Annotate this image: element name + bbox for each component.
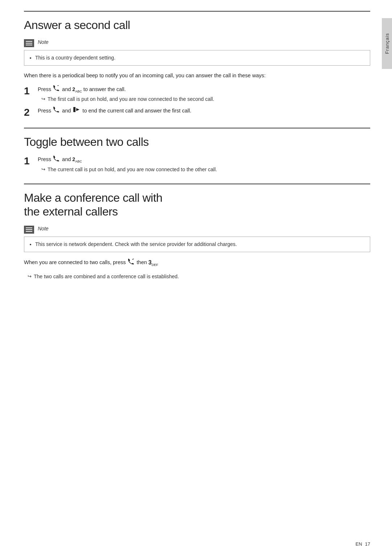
result-3: ↪ The two calls are combined and a confe… xyxy=(28,273,370,280)
section1-title: Answer a second call xyxy=(24,18,370,32)
page: Français Answer a second call Note This … xyxy=(0,0,392,554)
step-text-1-2: Press and to xyxy=(38,108,191,114)
step-2-1: 1 Press and 2ABC xyxy=(24,155,370,173)
result-text-2-1: The current call is put on hold, and you… xyxy=(48,166,217,173)
key-2abc-2: 2ABC xyxy=(72,155,82,164)
section3-title: Make a conference call withthe external … xyxy=(24,191,370,219)
main-content: Answer a second call Note This is a coun… xyxy=(24,0,370,280)
side-tab-label: Français xyxy=(384,33,390,54)
section-conference-call: Make a conference call withthe external … xyxy=(24,184,370,280)
note-label-3: Note xyxy=(38,225,49,231)
phone-icon-4 xyxy=(128,259,135,267)
side-tab: Français xyxy=(382,18,392,69)
result-2-1: ↪ The current call is put on hold, and y… xyxy=(41,166,370,173)
result-1-1: ↪ The first call is put on hold, and you… xyxy=(41,95,370,103)
footer-page-number: 17 xyxy=(365,541,370,547)
section3-header: Make a conference call withthe external … xyxy=(24,184,370,219)
step-number-1-2: 2 xyxy=(24,107,38,118)
note-box-1: Note xyxy=(24,38,370,47)
note-item: This is a country dependent setting. xyxy=(35,54,365,62)
section1-intro: When there is a periodical beep to notif… xyxy=(24,71,370,80)
result-text-3: The two calls are combined and a confere… xyxy=(34,273,179,280)
footer-lang: EN xyxy=(355,541,362,547)
step-text-1-1: Press and 2ABC to answer the call. xyxy=(38,86,126,92)
result-text-1-1: The first call is put on hold, and you a… xyxy=(48,95,214,103)
step-content-1-2: Press and to xyxy=(38,107,370,115)
step-number-1-1: 1 xyxy=(24,85,38,96)
section-toggle-calls: Toggle between two calls 1 Press and xyxy=(24,128,370,173)
end-key-icon xyxy=(73,107,80,115)
step-number-2-1: 1 xyxy=(24,155,38,166)
section1-header: Answer a second call xyxy=(24,11,370,32)
note-content-1: This is a country dependent setting. xyxy=(24,50,370,66)
phone-icon-1 xyxy=(53,85,60,94)
svg-rect-0 xyxy=(73,107,75,112)
key-3def: 3DEF xyxy=(148,258,158,267)
step-content-2-1: Press and 2ABC ↪ The current xyxy=(38,155,370,173)
phone-icon-3 xyxy=(53,156,60,164)
note-label-1: Note xyxy=(38,38,49,45)
step-content-1-1: Press and 2ABC to answer the call. xyxy=(38,85,370,103)
step-1-2: 2 Press and xyxy=(24,107,370,118)
step-1-1: 1 Press and 2ABC xyxy=(24,85,370,103)
note-box-3: Note xyxy=(24,225,370,234)
note-icon-1 xyxy=(24,39,34,47)
section3-intro: When you are connected to two calls, pre… xyxy=(24,258,370,267)
phone-icon-2 xyxy=(53,107,60,115)
page-footer: EN 17 xyxy=(355,541,370,547)
step-text-2-1: Press and 2ABC xyxy=(38,156,82,162)
note-icon-3 xyxy=(24,226,34,234)
section-answer-second-call: Answer a second call Note This is a coun… xyxy=(24,11,370,118)
section2-header: Toggle between two calls xyxy=(24,128,370,149)
note-content-3: This service is network dependent. Check… xyxy=(24,237,370,252)
section2-title: Toggle between two calls xyxy=(24,135,370,149)
note-item-3: This service is network dependent. Check… xyxy=(35,241,365,248)
key-2abc: 2ABC xyxy=(72,85,82,94)
